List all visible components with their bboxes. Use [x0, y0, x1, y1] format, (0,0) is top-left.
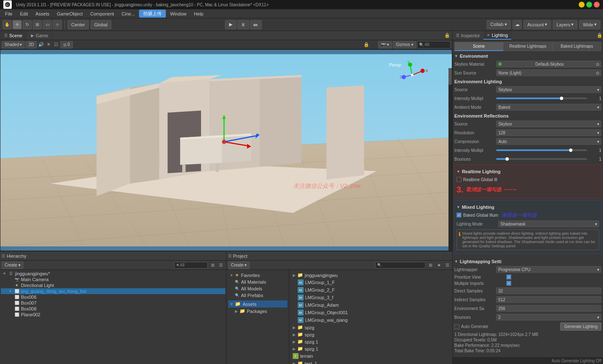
direct-value-field[interactable]: 32: [496, 287, 601, 294]
zero-toggle[interactable]: ◎ 0: [60, 41, 73, 49]
lighting-tab-scene[interactable]: Scene: [454, 42, 503, 51]
project-file-lm2[interactable]: M LMGroup_2_F: [291, 286, 451, 294]
project-search[interactable]: 🔍: [375, 262, 425, 269]
center-toggle[interactable]: Center: [67, 20, 89, 29]
close-button[interactable]: ×: [594, 2, 600, 8]
menu-window[interactable]: Window: [167, 10, 190, 17]
menu-cine[interactable]: Cine...: [118, 10, 138, 17]
compression-dropdown[interactable]: Auto▾: [496, 138, 601, 145]
project-options-icon[interactable]: ☰: [444, 262, 451, 269]
auto-generate-checkbox[interactable]: [454, 324, 459, 329]
project-file-lm-obj[interactable]: M LMGroup_Object001: [291, 309, 451, 316]
tab-game[interactable]: ▶ Game: [27, 31, 53, 40]
env-source-dropdown[interactable]: Skybox▾: [496, 86, 601, 93]
lighting-tab-realtime[interactable]: Realtime Lightmaps: [503, 42, 552, 51]
hierarchy-item-light[interactable]: ☀ Directional Light: [1, 282, 225, 288]
effects-toggle[interactable]: ☀: [45, 41, 52, 48]
upload-button[interactable]: 拍摄上传: [139, 10, 166, 18]
camera-dropdown[interactable]: 📷▾: [378, 41, 392, 49]
inspector-lock-icon[interactable]: 🔒: [596, 32, 603, 39]
project-file-spzg2[interactable]: ▶ 📁 spzg: [291, 331, 451, 338]
lightmap-bounces-dropdown[interactable]: 2▾: [496, 314, 601, 320]
menu-edit[interactable]: Edit: [17, 10, 31, 17]
baked-gi-checkbox[interactable]: ✓: [456, 213, 461, 218]
generate-lighting-button[interactable]: Generate Lighting: [560, 323, 601, 331]
2d-toggle[interactable]: 2D: [26, 41, 37, 49]
project-file-jing[interactable]: ▶ 📁 jingguangjingwu: [291, 272, 451, 279]
account-button[interactable]: Account▾: [523, 20, 551, 29]
hand-tool[interactable]: ✋: [3, 20, 12, 29]
project-file-spzg4[interactable]: ▶ 📁 spzg 1: [291, 345, 451, 352]
project-file-spzg1[interactable]: ▶ 📁 spzg: [291, 324, 451, 331]
project-icon2[interactable]: ★: [436, 262, 442, 269]
collab-button[interactable]: Collab ▾: [487, 20, 511, 29]
play-button[interactable]: ▶: [225, 20, 237, 29]
custom-tool[interactable]: ⊹: [53, 20, 62, 29]
env-samples-field[interactable]: 256: [496, 305, 601, 312]
packages-folder[interactable]: ▶ 📁 Packages: [228, 308, 287, 315]
project-create[interactable]: Create ▾: [228, 261, 250, 269]
favorites-folder[interactable]: ▼ ★ Favorites: [228, 272, 287, 279]
ambient-dropdown[interactable]: Baked▾: [496, 104, 601, 110]
hierarchy-item-box006[interactable]: ⬜ Box006: [1, 294, 225, 300]
sun-dropdown[interactable]: None (Light) ⊙: [496, 69, 601, 76]
intensity-slider[interactable]: 1: [496, 96, 601, 101]
project-icon1[interactable]: ⊞: [427, 262, 434, 269]
project-file-lm1[interactable]: M LMGroup_1_F: [291, 279, 451, 286]
prioritize-checkbox[interactable]: ✓: [506, 274, 511, 279]
project-file-spzg3[interactable]: ▶ 📁 spzg 1: [291, 338, 451, 345]
project-file-test1[interactable]: ▶ 📁 test_1: [291, 360, 451, 364]
maximize-button[interactable]: □: [586, 2, 592, 8]
tab-scene[interactable]: ☰ Scene: [0, 31, 27, 40]
bounces-thumb[interactable]: [505, 157, 509, 161]
viewport[interactable]: 关注微信公众号：V2_zxw X Y Z Persp: [0, 49, 452, 251]
scene-lock-icon[interactable]: 🔒: [363, 41, 370, 48]
menu-component[interactable]: Component: [87, 10, 117, 17]
layers-button[interactable]: Layers▾: [553, 20, 577, 29]
view-toggle[interactable]: ☷: [53, 41, 59, 48]
hierarchy-item-scene[interactable]: ▼ ☰ jingguangjingwu*: [1, 271, 225, 277]
lock-icon[interactable]: 🔒: [444, 32, 451, 39]
project-file-lm3[interactable]: M LMGroup_3_f: [291, 294, 451, 301]
intensity-thumb[interactable]: [560, 97, 563, 100]
global-toggle[interactable]: Global: [90, 20, 111, 29]
project-file-lm-wai[interactable]: M LMGroup_wai_qiang: [291, 316, 451, 324]
scrollbar-thumb[interactable]: [448, 68, 452, 85]
all-models-item[interactable]: 🔍 All Models: [228, 285, 287, 292]
hierarchy-item-plane002[interactable]: ⬜ Plane002: [1, 312, 225, 318]
bounces-slider[interactable]: 1: [496, 157, 601, 161]
pause-button[interactable]: ⏸: [237, 20, 249, 29]
reflect-source-dropdown[interactable]: Skybox▾: [496, 120, 601, 127]
hierarchy-search[interactable]: ✱ All: [174, 262, 208, 269]
indirect-value-field[interactable]: 512: [496, 296, 601, 303]
menu-gameobject[interactable]: GameObject: [54, 10, 86, 17]
gizmos-dropdown[interactable]: Gizmos ▾: [393, 41, 416, 49]
resolution-dropdown[interactable]: 128▾: [496, 129, 601, 136]
tab-inspector[interactable]: ☰ Inspector: [453, 31, 483, 40]
rect-tool[interactable]: ▭: [43, 20, 52, 29]
hierarchy-item-box007[interactable]: ⬜ Box007: [1, 300, 225, 306]
skybox-dropdown[interactable]: Default-Skybox ⊙: [496, 61, 601, 67]
audio-toggle[interactable]: 🔊: [38, 41, 44, 48]
multiple-checkbox[interactable]: ✓: [506, 281, 511, 286]
all-prefabs-item[interactable]: 🔍 All Prefabs: [228, 292, 287, 299]
lighting-tab-baked[interactable]: Baked Lightmaps: [552, 42, 601, 51]
cloud-button[interactable]: ☁: [513, 20, 522, 29]
hierarchy-sort-icon[interactable]: ⊞: [209, 262, 216, 269]
rotate-tool[interactable]: ↻: [23, 20, 32, 29]
minimize-button[interactable]: −: [579, 2, 585, 8]
hierarchy-create[interactable]: Create ▾: [2, 261, 23, 269]
hierarchy-item-hongbei[interactable]: ▼ ⬜ jing_guang_dong_wu_hong_bei: [1, 288, 225, 294]
hierarchy-options-icon[interactable]: ☰: [218, 262, 224, 269]
reflect-intensity-slider[interactable]: 1: [496, 148, 601, 153]
hierarchy-item-camera[interactable]: 📷 Main Camera: [1, 277, 225, 282]
move-tool[interactable]: ✛: [13, 20, 22, 29]
menu-file[interactable]: File: [2, 10, 16, 17]
scale-tool[interactable]: ⊞: [33, 20, 42, 29]
scene-search[interactable]: 🔍 All: [417, 41, 451, 49]
hierarchy-item-box008[interactable]: ⬜ Box008: [1, 306, 225, 312]
assets-folder[interactable]: ▼ 📁 Assets: [228, 300, 287, 308]
reflect-intensity-thumb[interactable]: [569, 149, 572, 152]
all-materials-item[interactable]: 🔍 All Materials: [228, 279, 287, 285]
shaded-dropdown[interactable]: Shaded▾: [2, 41, 25, 49]
